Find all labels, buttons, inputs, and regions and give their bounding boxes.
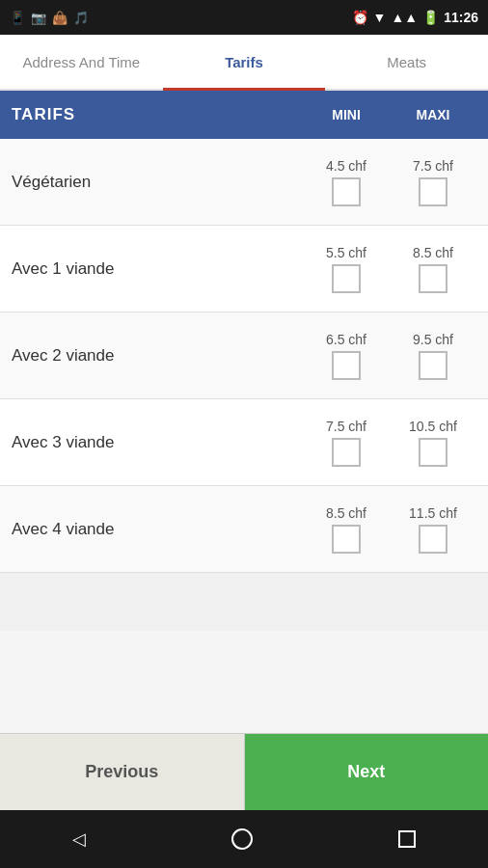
home-icon[interactable] [231, 828, 253, 850]
wifi-icon: ▼ [373, 10, 387, 25]
time-display: 11:26 [444, 10, 478, 25]
maxi-checkbox-avec2[interactable] [419, 351, 447, 380]
column-mini: MINI [303, 107, 390, 122]
previous-button[interactable]: Previous [0, 734, 245, 810]
next-button[interactable]: Next [245, 734, 489, 810]
table-row: Avec 2 viande 6.5 chf 9.5 chf [0, 312, 488, 399]
maxi-checkbox-vegetarien[interactable] [419, 177, 447, 206]
mini-checkbox-avec2[interactable] [332, 351, 361, 380]
maxi-price-vegetarien: 7.5 chf [413, 158, 453, 174]
maxi-price-avec4: 11.5 chf [409, 505, 457, 521]
maxi-price-avec2: 9.5 chf [413, 332, 453, 347]
battery-icon: 🔋 [422, 10, 439, 25]
mini-price-vegetarien: 4.5 chf [326, 158, 366, 174]
table-row: Avec 4 viande 8.5 chf 11.5 chf [0, 486, 488, 573]
maxi-checkbox-avec1[interactable] [419, 264, 447, 293]
table-row: Végétarien 4.5 chf 7.5 chf [0, 139, 488, 226]
mini-price-avec4: 8.5 chf [326, 505, 366, 521]
tab-address-time[interactable]: Address And Time [0, 35, 163, 89]
maxi-price-avec1: 8.5 chf [413, 245, 453, 260]
bottom-buttons: Previous Next [0, 733, 488, 810]
mini-checkbox-avec1[interactable] [332, 264, 361, 293]
bag-icon: 👜 [52, 11, 68, 25]
maxi-group-avec2: 9.5 chf [390, 332, 476, 380]
row-label-vegetarien: Végétarien [12, 173, 303, 192]
maxi-checkbox-avec3[interactable] [419, 438, 447, 467]
mini-price-avec3: 7.5 chf [326, 419, 366, 434]
maxi-price-avec3: 10.5 chf [409, 419, 457, 434]
signal-icon: ▲▲ [391, 10, 418, 25]
mini-group-avec3: 7.5 chf [303, 419, 390, 467]
maxi-group-avec4: 11.5 chf [390, 505, 476, 554]
mini-group-avec2: 6.5 chf [303, 332, 390, 380]
maxi-group-avec3: 10.5 chf [390, 419, 476, 467]
column-maxi: MAXI [390, 107, 476, 122]
recent-apps-icon[interactable] [398, 830, 416, 848]
table-row: Avec 1 viande 5.5 chf 8.5 chf [0, 226, 488, 312]
maxi-group-avec1: 8.5 chf [390, 245, 476, 293]
mini-checkbox-vegetarien[interactable] [332, 177, 361, 206]
row-label-avec2: Avec 2 viande [12, 346, 303, 366]
camera-icon: 📷 [31, 11, 46, 25]
tab-tarifs[interactable]: Tarifs [163, 35, 326, 89]
row-label-avec4: Avec 4 viande [12, 520, 303, 539]
table-row: Avec 3 viande 7.5 chf 10.5 chf [0, 399, 488, 486]
mini-group-avec4: 8.5 chf [303, 505, 390, 554]
mini-group-vegetarien: 4.5 chf [303, 158, 390, 206]
table-body: Végétarien 4.5 chf 7.5 chf Avec 1 viande… [0, 139, 488, 733]
maxi-checkbox-avec4[interactable] [419, 525, 447, 554]
status-icons-left: 📱 📷 👜 🎵 [10, 11, 89, 25]
status-icons-right: ⏰ ▼ ▲▲ 🔋 11:26 [352, 10, 478, 25]
mini-checkbox-avec4[interactable] [332, 525, 361, 554]
tab-meats[interactable]: Meats [325, 35, 488, 89]
mini-checkbox-avec3[interactable] [332, 438, 361, 467]
mini-group-avec1: 5.5 chf [303, 245, 390, 293]
whatsapp-icon: 📱 [10, 11, 25, 25]
status-bar: 📱 📷 👜 🎵 ⏰ ▼ ▲▲ 🔋 11:26 [0, 0, 488, 35]
mini-price-avec2: 6.5 chf [326, 332, 366, 347]
row-label-avec1: Avec 1 viande [12, 259, 303, 279]
music-icon: 🎵 [73, 11, 89, 25]
table-header: TARIFS MINI MAXI [0, 91, 488, 139]
android-nav-bar: ◁ [0, 810, 488, 868]
back-icon[interactable]: ◁ [72, 828, 86, 850]
row-label-avec3: Avec 3 viande [12, 433, 303, 452]
alarm-icon: ⏰ [352, 10, 368, 25]
mini-price-avec1: 5.5 chf [326, 245, 366, 260]
empty-space [0, 573, 488, 631]
tab-bar: Address And Time Tarifs Meats [0, 35, 488, 91]
table-title: TARIFS [12, 105, 303, 124]
maxi-group-vegetarien: 7.5 chf [390, 158, 476, 206]
